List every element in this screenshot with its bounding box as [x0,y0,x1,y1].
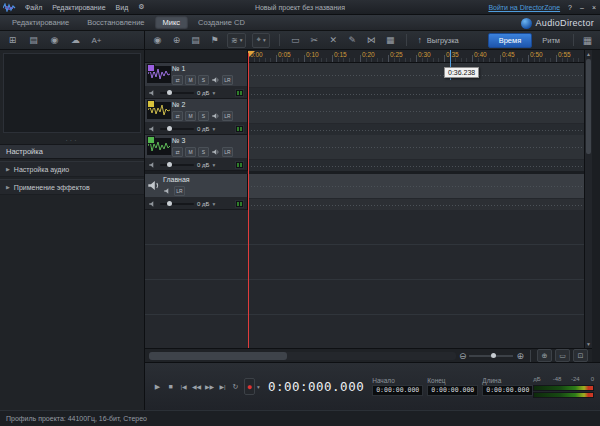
media-library[interactable] [3,53,141,133]
scrollbar-thumb[interactable] [586,59,591,154]
track-lane[interactable] [248,135,584,173]
length-value[interactable]: 0:00:00.000 [482,385,533,396]
speaker-icon[interactable] [211,148,220,156]
channel-button[interactable]: LR [222,147,233,157]
rhythm-mode-button[interactable]: Ритм [536,36,566,45]
zoom-in-icon[interactable]: ⊕ [516,351,524,361]
stretch-button[interactable]: ⇄ [172,111,183,121]
upload-button[interactable]: ↑ Выгрузка [416,33,459,47]
channel-button[interactable]: LR [222,111,233,121]
solo-button[interactable]: S [198,111,209,121]
speaker-icon[interactable] [148,89,157,97]
track-clip-area[interactable] [248,174,584,199]
panel-splitter[interactable]: ··· [0,136,144,144]
add-to-timeline-icon[interactable]: ⊕ [170,33,183,47]
volume-slider[interactable] [160,92,194,94]
zoom-tool-button[interactable]: ⊕ [537,349,552,362]
start-value[interactable]: 0:00:00.000 [372,385,423,396]
track-lane[interactable] [248,99,584,137]
help-button[interactable]: ? [568,4,572,11]
solo-button[interactable]: S [198,75,209,85]
vertical-scrollbar[interactable]: ▲ ▼ [584,50,592,348]
menu-edit[interactable]: Редактирование [47,0,110,14]
menu-view[interactable]: Вид [111,0,134,14]
speaker-icon[interactable] [148,200,157,208]
track-header-main[interactable]: Главная LR [145,174,247,198]
volume-slider-handle[interactable] [167,126,172,131]
chevron-down-icon[interactable]: ▾ [212,162,215,168]
timeline-ruler[interactable]: 0:00 0:05 0:10 0:15 0:20 0:25 0:30 0:35 … [248,50,584,63]
settings-gear-icon[interactable]: ⚙ [133,0,149,14]
zoom-out-icon[interactable]: ⊖ [459,351,467,361]
empty-track-area[interactable] [145,210,584,348]
speaker-icon[interactable] [211,112,220,120]
mic-record-icon[interactable]: ◉ [151,33,164,47]
stop-button[interactable]: ■ [164,380,177,393]
tab-restore[interactable]: Восстановление [79,16,152,29]
text-size-icon[interactable]: A+ [90,33,103,47]
tab-cd[interactable]: Создание CD [190,16,253,29]
split-icon[interactable]: ✂ [308,33,321,47]
fast-forward-button[interactable]: ▶▶ [203,380,216,393]
cloud-download-icon[interactable]: ☁ [69,33,82,47]
sidebar-item-apply-effects[interactable]: ▶ Применение эффектов [0,179,144,195]
playhead-line[interactable] [248,53,249,348]
close-button[interactable]: × [592,4,596,11]
menu-file[interactable]: Файл [20,0,47,14]
track-clip-area[interactable] [248,63,584,88]
chevron-down-icon[interactable]: ▾ [212,90,215,96]
speaker-icon[interactable] [148,125,157,133]
scroll-down-icon[interactable]: ▼ [586,340,591,348]
end-value[interactable]: 0:00:00.000 [427,385,478,396]
record-options-icon[interactable]: ▾ [257,384,260,390]
marker-icon[interactable]: ⚑ [208,33,221,47]
mute-button[interactable]: M [185,147,196,157]
extract-audio-icon[interactable]: ▤ [27,33,40,47]
range-select-icon[interactable]: ▭ [289,33,302,47]
horizontal-scrollbar[interactable] [149,352,456,360]
record-button[interactable]: ● [244,378,255,395]
play-button[interactable]: ▶ [151,380,164,393]
volume-slider-handle[interactable] [167,90,172,95]
directorzone-signin-link[interactable]: Войти на DirectorZone [488,4,560,11]
chevron-down-icon[interactable]: ▾ [212,201,215,207]
go-to-end-button[interactable]: ▶| [216,380,229,393]
playhead-marker[interactable] [248,51,255,58]
track-clip-area[interactable] [248,135,584,160]
mute-button[interactable]: M [185,111,196,121]
pencil-icon[interactable]: ✎ [346,33,359,47]
minimize-button[interactable]: – [580,4,584,11]
tool-dropdown[interactable]: ⌖ ▾ [252,33,269,48]
fit-view-button[interactable]: ⊡ [573,349,588,362]
zoom-window-button[interactable]: ▭ [555,349,570,362]
solo-button[interactable]: S [198,147,209,157]
volume-slider[interactable] [160,203,194,205]
volume-slider[interactable] [160,164,194,166]
record-icon[interactable]: ◉ [48,33,61,47]
go-to-start-button[interactable]: |◀ [177,380,190,393]
snap-dropdown[interactable]: ≋ ▾ [227,33,246,48]
chevron-down-icon[interactable]: ▾ [212,126,215,132]
scroll-up-icon[interactable]: ▲ [586,50,591,58]
time-mode-button[interactable]: Время [488,33,533,48]
loop-button[interactable]: ↻ [229,380,242,393]
stretch-button[interactable]: ⇄ [172,75,183,85]
volume-slider-handle[interactable] [167,201,172,206]
file-icon[interactable]: ▤ [189,33,202,47]
stretch-button[interactable]: ⇄ [172,147,183,157]
mixer-icon[interactable]: ▦ [384,33,397,47]
zoom-slider-handle[interactable] [491,353,496,358]
tab-edit[interactable]: Редактирование [4,16,77,29]
track-header-main[interactable]: № 2 ⇄ M S LR [145,99,247,123]
crossfade-icon[interactable]: ⋈ [365,33,378,47]
mute-button[interactable]: M [185,75,196,85]
speaker-icon[interactable] [211,76,220,84]
rewind-button[interactable]: ◀◀ [190,380,203,393]
track-clip-area[interactable] [248,99,584,124]
channel-button[interactable]: LR [174,186,185,196]
speaker-icon[interactable] [163,187,172,195]
panel-layout-icon[interactable]: ▦ [581,33,594,47]
zoom-slider[interactable] [469,355,513,357]
delete-icon[interactable]: ✕ [327,33,340,47]
track-header-main[interactable]: № 3 ⇄ M S LR [145,135,247,159]
